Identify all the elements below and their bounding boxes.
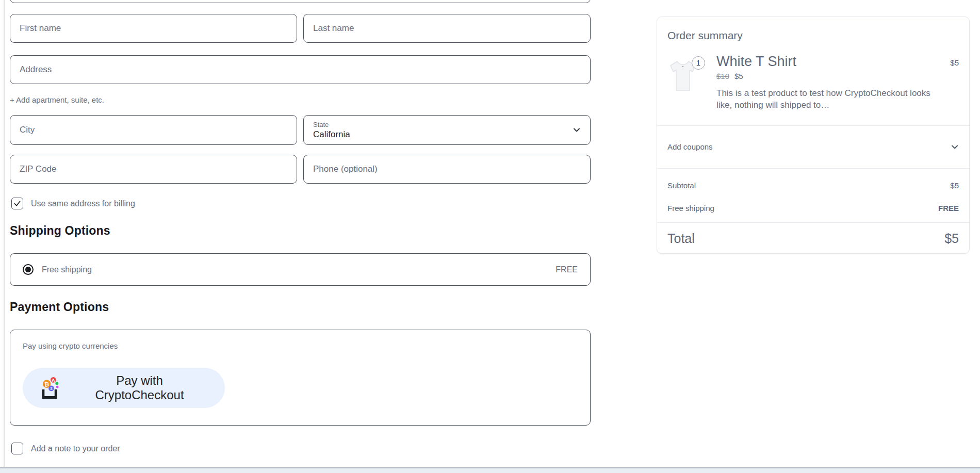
city-field[interactable] xyxy=(10,115,297,145)
add-apartment-link[interactable]: + Add apartment, suite, etc. xyxy=(10,95,104,104)
shipping-option-label: Free shipping xyxy=(42,265,547,274)
checkmark-icon xyxy=(13,200,21,207)
shipping-option-row: Free shipping FREE xyxy=(10,254,590,285)
phone-field[interactable] xyxy=(303,155,591,184)
state-select[interactable]: State California xyxy=(303,115,591,145)
checkbox-unchecked[interactable] xyxy=(11,443,23,454)
add-coupons-toggle[interactable]: Add coupons xyxy=(667,125,959,168)
subtotal-value: $5 xyxy=(950,181,959,190)
subtotal-label: Subtotal xyxy=(667,181,696,190)
order-summary-card: Order summary 1 White T Shirt $10 $5 Thi… xyxy=(657,17,970,254)
product-prices: $10 $5 xyxy=(716,72,933,80)
shipping-option-price: FREE xyxy=(556,265,578,274)
note-checkbox-label: Add a note to your order xyxy=(31,444,120,453)
svg-text:Ξ: Ξ xyxy=(50,386,53,391)
state-select-label: State xyxy=(313,121,573,128)
shipping-option-free[interactable]: Free shipping FREE xyxy=(10,253,591,286)
radio-dot xyxy=(25,267,31,272)
grand-total-row: Total $5 xyxy=(667,222,959,254)
email-field-cutoff[interactable] xyxy=(10,0,591,3)
order-item: 1 White T Shirt $10 $5 This is a test pr… xyxy=(667,54,959,111)
pay-with-cryptocheckout-button[interactable]: ₿ A Ξ Pay with CryptoCheckout xyxy=(23,368,225,408)
page-bottom-strip xyxy=(0,468,980,473)
add-coupons-label: Add coupons xyxy=(667,142,713,151)
payment-options-heading: Payment Options xyxy=(10,300,109,314)
total-value: $5 xyxy=(944,231,959,246)
payment-method-box: Pay using crypto currencies ₿ A Ξ Pay wi… xyxy=(10,330,591,426)
state-select-content: State California xyxy=(313,121,573,140)
chevron-down-icon xyxy=(573,126,581,134)
totals-block: Subtotal $5 Free shipping FREE xyxy=(667,168,959,219)
billing-address-checkbox[interactable]: Use same address for billing xyxy=(11,198,135,209)
radio-selected[interactable] xyxy=(23,264,34,275)
shipping-total-value: FREE xyxy=(938,204,959,213)
order-summary-title: Order summary xyxy=(667,29,743,42)
billing-checkbox-label: Use same address for billing xyxy=(31,199,135,208)
shipping-total-label: Free shipping xyxy=(667,204,714,213)
checkbox-checked[interactable] xyxy=(11,198,23,209)
product-image: 1 xyxy=(668,58,698,94)
product-line-price: $5 xyxy=(950,58,959,67)
zip-code-field[interactable] xyxy=(10,155,297,184)
product-details: White T Shirt $10 $5 This is a test prod… xyxy=(716,54,933,111)
quantity-badge: 1 xyxy=(692,56,705,70)
svg-text:A: A xyxy=(52,378,55,383)
cryptocheckout-icon: ₿ A Ξ xyxy=(40,376,60,400)
checkout-page: + Add apartment, suite, etc. State Calif… xyxy=(0,0,980,473)
payment-group-label: Pay using crypto currencies xyxy=(23,341,118,350)
product-name: White T Shirt xyxy=(716,54,933,70)
total-label: Total xyxy=(667,231,695,246)
chevron-down-icon xyxy=(951,143,959,151)
product-original-price: $10 xyxy=(716,72,729,80)
address-field[interactable] xyxy=(10,55,591,84)
order-note-checkbox[interactable]: Add a note to your order xyxy=(11,443,120,454)
subtotal-row: Subtotal $5 xyxy=(667,174,959,197)
first-name-field[interactable] xyxy=(10,14,297,43)
svg-text:₿: ₿ xyxy=(44,381,49,388)
page-left-border xyxy=(4,0,5,467)
shipping-total-row: Free shipping FREE xyxy=(667,197,959,219)
pay-button-label: Pay with CryptoCheckout xyxy=(72,373,207,402)
state-select-value: California xyxy=(313,129,573,140)
product-description: This is a test product to test how Crypt… xyxy=(716,88,933,111)
product-sale-price: $5 xyxy=(734,72,743,80)
last-name-field[interactable] xyxy=(303,14,591,43)
shipping-options-heading: Shipping Options xyxy=(10,224,110,238)
